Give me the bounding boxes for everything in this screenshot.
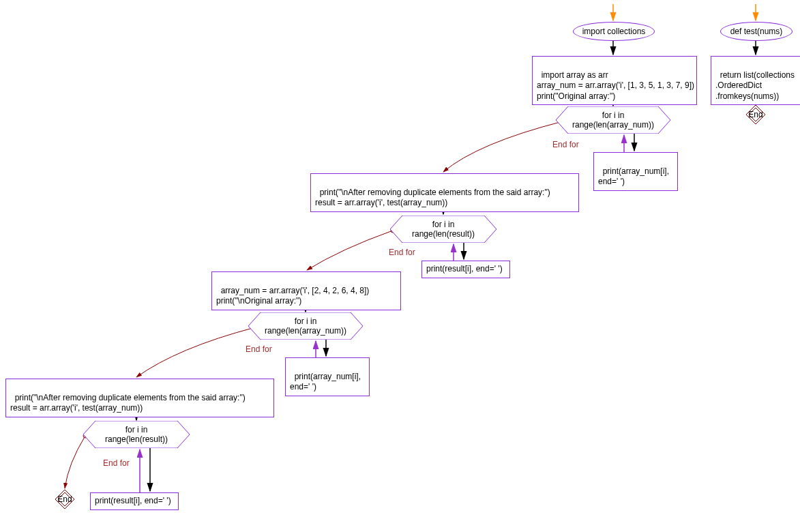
rect-after-remove-1-text: print("\nAfter removing duplicate elemen… (315, 188, 550, 208)
endfor-label-2: End for (389, 248, 415, 257)
loop-hex-4: for i in range(len(result)) (83, 421, 190, 448)
start-node-main: import collections (573, 22, 655, 41)
start-node-main-label: import collections (582, 27, 646, 36)
rect-after-remove-2-text: print("\nAfter removing duplicate elemen… (10, 393, 246, 413)
loop-body-1-text: print(array_num[i], end=' ') (598, 166, 669, 187)
rect-init-array: import array as arr array_num = arr.arra… (532, 56, 697, 105)
start-node-func-label: def test(nums) (730, 27, 783, 36)
loop-body-2-text: print(result[i], end=' ') (426, 264, 503, 274)
endfor-label-4: End for (103, 458, 130, 468)
start-node-func: def test(nums) (720, 22, 792, 41)
loop-hex-3: for i in range(len(array_num)) (248, 312, 363, 340)
rect-init-array-2-text: array_num = arr.array('i', [2, 4, 2, 6, … (216, 286, 369, 306)
loop-body-4-text: print(result[i], end=' ') (95, 496, 171, 505)
end-node-main: End (54, 488, 76, 510)
end-node-main-label: End (57, 494, 72, 504)
loop-hex-1: for i in range(len(array_num)) (556, 106, 670, 134)
loop-body-2: print(result[i], end=' ') (421, 261, 510, 278)
loop-body-3-text: print(array_num[i], end=' ') (290, 372, 361, 392)
loop-hex-3-text: for i in range(len(array_num)) (265, 316, 346, 336)
rect-return-text: return list(collections .OrderedDict .fr… (715, 70, 795, 101)
end-node-func-label: End (748, 110, 762, 119)
rect-init-array-2: array_num = arr.array('i', [2, 4, 2, 6, … (211, 271, 401, 310)
loop-body-3: print(array_num[i], end=' ') (285, 357, 370, 396)
end-node-func: End (745, 104, 767, 125)
rect-after-remove-1: print("\nAfter removing duplicate elemen… (310, 173, 579, 212)
loop-body-4: print(result[i], end=' ') (90, 492, 179, 510)
loop-hex-2-text: for i in range(len(result)) (412, 220, 475, 239)
loop-hex-4-text: for i in range(len(result)) (105, 425, 168, 444)
endfor-label-3: End for (246, 344, 272, 354)
rect-return: return list(collections .OrderedDict .fr… (711, 56, 800, 105)
endfor-label-1: End for (552, 140, 579, 149)
loop-hex-2: for i in range(len(result)) (390, 216, 497, 243)
loop-body-1: print(array_num[i], end=' ') (593, 152, 678, 191)
rect-init-array-text: import array as arr array_num = arr.arra… (537, 70, 694, 101)
loop-hex-1-text: for i in range(len(array_num)) (572, 110, 654, 130)
rect-after-remove-2: print("\nAfter removing duplicate elemen… (5, 379, 274, 417)
